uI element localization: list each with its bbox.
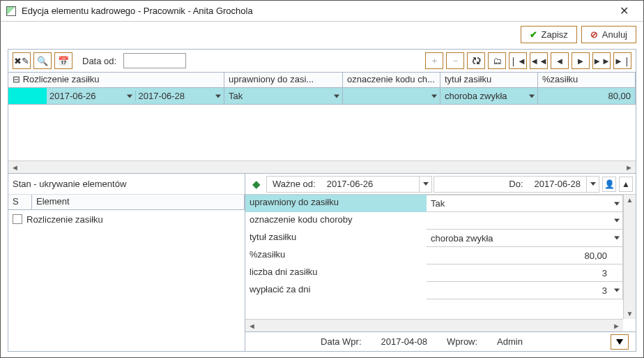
chevron-down-icon[interactable] bbox=[614, 289, 620, 292]
fastback-button[interactable]: ◄◄ bbox=[530, 52, 548, 69]
property-value[interactable]: 80,00 bbox=[427, 247, 623, 264]
date-from-label: Data od: bbox=[82, 56, 116, 66]
fastforward-button[interactable]: ►► bbox=[592, 52, 611, 69]
chevron-down-icon[interactable] bbox=[614, 237, 620, 240]
cell-date-to[interactable]: 2017-06-28 bbox=[135, 91, 224, 101]
app-icon bbox=[6, 6, 16, 16]
valid-from-dropdown[interactable] bbox=[419, 177, 431, 192]
property-row[interactable]: uprawniony do zasiłkuTak bbox=[245, 195, 623, 212]
main-frame: ✖✎ 🔍 📅 Data od: ＋ － 🗘 🗂 ❘◄ ◄◄ ◄ ► ►► ►❘ … bbox=[8, 49, 636, 352]
grid-header: ⊟ Rozliczenie zasiłku uprawniony do zasi… bbox=[8, 73, 636, 88]
right-pane-top: ◆ Ważne od: 2017-06-26 Do: 2017-06-28 👤 … bbox=[245, 174, 636, 195]
property-value[interactable] bbox=[427, 212, 623, 230]
chevron-down-icon[interactable] bbox=[614, 219, 620, 223]
col-s[interactable]: S bbox=[8, 195, 32, 209]
property-label: tytuł zasiłku bbox=[245, 230, 427, 247]
cell-uprawniony[interactable]: Tak bbox=[224, 88, 343, 104]
back-button[interactable]: ◄ bbox=[551, 52, 569, 69]
properties-vscroll[interactable]: ▲▼ bbox=[623, 195, 636, 319]
left-pane-row[interactable]: Rozliczenie zasiłku bbox=[8, 210, 245, 228]
grid-col-uprawniony[interactable]: uprawniony do zasi... bbox=[224, 73, 343, 87]
add-button[interactable]: ＋ bbox=[425, 52, 443, 69]
valid-to-field[interactable]: Do: 2017-06-28 bbox=[434, 176, 599, 193]
valid-to-label: Do: bbox=[434, 179, 529, 189]
cancel-icon: ⊘ bbox=[590, 29, 598, 40]
property-value[interactable]: 3 bbox=[427, 264, 623, 282]
property-row[interactable]: tytuł zasiłkuchoroba zwykła bbox=[245, 230, 623, 247]
remove-button[interactable]: － bbox=[446, 52, 464, 69]
property-label: uprawniony do zasiłku bbox=[245, 195, 427, 212]
up-button[interactable]: ▲ bbox=[619, 177, 633, 192]
valid-from-value: 2017-06-26 bbox=[321, 179, 379, 189]
cell-procent[interactable]: 80,00 bbox=[538, 88, 636, 104]
property-label: oznaczenie kodu choroby bbox=[245, 212, 427, 230]
zoom-button[interactable]: 🔍 bbox=[33, 52, 52, 69]
properties-panel: uprawniony do zasiłkuTakoznaczenie kodu … bbox=[245, 195, 636, 319]
left-pane-item: Rozliczenie zasiłku bbox=[26, 214, 103, 225]
valid-to-value: 2017-06-28 bbox=[529, 179, 587, 189]
grid-row[interactable]: 2017-06-26 2017-06-28 Tak choroba zwykła… bbox=[8, 88, 636, 105]
properties-hscroll[interactable]: ◄► bbox=[245, 319, 623, 331]
lower-pane: Stan - ukrywanie elementów S Element Roz… bbox=[8, 173, 636, 351]
titlebar: Edycja elementu kadrowego - Pracownik - … bbox=[1, 1, 643, 22]
cell-tytul[interactable]: choroba zwykła bbox=[440, 88, 538, 104]
row-indicator bbox=[8, 88, 47, 104]
first-button[interactable]: ❘◄ bbox=[509, 52, 527, 69]
grid-col-procent[interactable]: %zasiłku bbox=[538, 73, 636, 87]
property-value[interactable]: choroba zwykła bbox=[427, 230, 623, 247]
cell-kod[interactable] bbox=[343, 88, 440, 104]
grid-toolbar: ✖✎ 🔍 📅 Data od: ＋ － 🗘 🗂 ❘◄ ◄◄ ◄ ► ►► ►❘ bbox=[8, 50, 636, 72]
left-pane-header: S Element bbox=[8, 195, 245, 210]
wprow-label: Wprow: bbox=[447, 336, 477, 347]
grid-hscroll[interactable]: ◄► bbox=[8, 161, 636, 173]
data-wpr-label: Data Wpr: bbox=[321, 336, 362, 347]
book-icon: ◆ bbox=[252, 178, 261, 191]
save-label: Zapisz bbox=[542, 29, 568, 40]
property-row[interactable]: liczba dni zasiłku3 bbox=[245, 264, 623, 282]
chevron-down-icon[interactable] bbox=[614, 202, 620, 205]
valid-from-label: Ważne od: bbox=[267, 179, 321, 189]
left-pane-title: Stan - ukrywanie elementów bbox=[8, 174, 245, 195]
last-button[interactable]: ►❘ bbox=[613, 52, 631, 69]
card-button[interactable]: 🗂 bbox=[488, 52, 506, 69]
property-row[interactable]: %zasiłku80,00 bbox=[245, 247, 623, 264]
refresh-button[interactable]: 🗘 bbox=[467, 52, 485, 69]
forward-button[interactable]: ► bbox=[572, 52, 590, 69]
calendar-button[interactable]: 📅 bbox=[54, 52, 72, 69]
grid-col-tytul[interactable]: tytuł zasiłku bbox=[440, 73, 538, 87]
save-button[interactable]: ✔ Zapisz bbox=[521, 26, 577, 43]
property-label: %zasiłku bbox=[245, 247, 427, 264]
cell-date-from[interactable]: 2017-06-26 bbox=[47, 91, 135, 101]
valid-to-dropdown[interactable] bbox=[586, 177, 599, 192]
grid: ⊟ Rozliczenie zasiłku uprawniony do zasi… bbox=[8, 72, 636, 173]
person-button[interactable]: 👤 bbox=[602, 177, 616, 192]
cancel-label: Anuluj bbox=[602, 29, 627, 40]
property-label: liczba dni zasiłku bbox=[245, 264, 427, 282]
statusbar: Data Wpr: 2017-04-08 Wprow: Admin bbox=[245, 331, 636, 351]
check-icon: ✔ bbox=[530, 29, 537, 40]
window-title: Edycja elementu kadrowego - Pracownik - … bbox=[22, 6, 610, 16]
down-button[interactable] bbox=[611, 334, 629, 350]
top-toolbar: ✔ Zapisz ⊘ Anuluj bbox=[1, 22, 643, 47]
checkbox[interactable] bbox=[13, 214, 22, 224]
right-pane: ◆ Ważne od: 2017-06-26 Do: 2017-06-28 👤 … bbox=[245, 174, 636, 351]
cancel-button[interactable]: ⊘ Anuluj bbox=[581, 26, 636, 43]
property-label: wypłacić za dni bbox=[245, 282, 427, 299]
property-row[interactable]: oznaczenie kodu choroby bbox=[245, 212, 623, 230]
grid-col-kod[interactable]: oznaczenie kodu ch... bbox=[343, 73, 440, 87]
tools-button[interactable]: ✖✎ bbox=[13, 52, 31, 69]
col-element[interactable]: Element bbox=[32, 195, 245, 209]
property-row[interactable]: wypłacić za dni3 bbox=[245, 282, 623, 299]
left-pane: Stan - ukrywanie elementów S Element Roz… bbox=[8, 174, 245, 351]
close-button[interactable]: ✕ bbox=[610, 3, 638, 20]
valid-from-field[interactable]: Ważne od: 2017-06-26 bbox=[266, 176, 432, 193]
wprow-value: Admin bbox=[497, 336, 523, 347]
property-value[interactable]: 3 bbox=[427, 282, 623, 299]
grid-col-rozliczenie[interactable]: ⊟ Rozliczenie zasiłku bbox=[8, 73, 224, 87]
date-from-input[interactable] bbox=[123, 53, 186, 68]
window: Edycja elementu kadrowego - Pracownik - … bbox=[0, 0, 644, 358]
property-value[interactable]: Tak bbox=[427, 195, 623, 212]
data-wpr-value: 2017-04-08 bbox=[381, 336, 428, 347]
grid-body bbox=[8, 105, 636, 161]
properties-table: uprawniony do zasiłkuTakoznaczenie kodu … bbox=[245, 195, 623, 319]
